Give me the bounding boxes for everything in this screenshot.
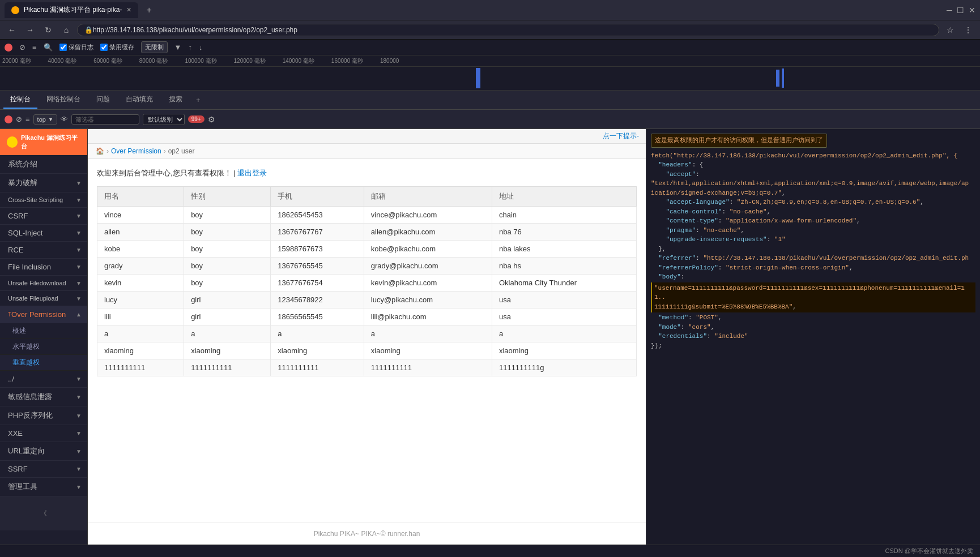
settings-icon[interactable]: ⚙	[208, 115, 215, 124]
clear-icon[interactable]: ⊘	[19, 43, 25, 52]
tab-close-button[interactable]: ✕	[126, 6, 131, 14]
tab-network[interactable]: 网络控制台	[40, 91, 87, 109]
filter-icon[interactable]: ≡	[32, 43, 37, 52]
sidebar-item-dotdot[interactable]: ../ ▼	[0, 371, 87, 388]
devtools-console-panel: 这是最高权限的用户才有的访问权限，但是普通用户访问到了 fetch("http:…	[646, 129, 980, 545]
sidebar-item-file-inclusion[interactable]: File Inclusion ▼	[0, 259, 87, 276]
preserve-log-checkbox[interactable]: 保留日志	[59, 43, 93, 52]
refresh-button[interactable]: ↻	[41, 23, 56, 37]
sidebar-item-phpdeserial[interactable]: PHP反序列化 ▼	[0, 406, 87, 425]
table-cell: xiaoming	[97, 342, 184, 359]
logout-link[interactable]: 退出登录	[237, 169, 267, 177]
throttle-down-icon[interactable]: ▼	[174, 43, 182, 52]
sidebar-subitem-horizontal[interactable]: 水平越权	[0, 339, 87, 355]
console-clear-icon[interactable]: ⊘	[16, 115, 22, 123]
active-tab[interactable]: Pikachu 漏洞练习平台 pika-pika- ✕	[5, 2, 138, 18]
table-cell: 18626545453	[271, 207, 364, 224]
top-dropdown-icon: ▼	[48, 117, 53, 122]
code-line-10: "upgrade-insecure-requests": "1"	[651, 235, 975, 245]
log-level-select[interactable]: 默认级别	[143, 114, 185, 125]
col-header-phone: 手机	[271, 187, 364, 207]
breadcrumb: 🏠 › Over Permission › op2 user	[88, 144, 646, 159]
breadcrumb-home-icon[interactable]: 🏠	[96, 147, 104, 155]
add-tab-button[interactable]: +	[191, 92, 205, 108]
sidebar-item-admin-tools[interactable]: 管理工具 ▼	[0, 478, 87, 496]
sidebar-item-urlredirect[interactable]: URL重定向 ▼	[0, 442, 87, 461]
sidebar-item-unsafe-filedownload[interactable]: Unsafe Filedownload ▼	[0, 276, 87, 291]
table-cell: nba 76	[492, 224, 636, 241]
table-cell: vince	[97, 207, 184, 224]
code-line-20: });	[651, 341, 975, 351]
code-line-13: "referrerPolicy": "strict-origin-when-cr…	[651, 263, 975, 273]
sidebar-item-ssrf[interactable]: SSRF ▼	[0, 461, 87, 478]
sidebar-subitem-vertical[interactable]: 垂直越权	[0, 355, 87, 371]
tab-console[interactable]: 控制台	[3, 91, 37, 109]
sidebar-item-brute[interactable]: 暴力破解 ▼	[0, 174, 87, 192]
upload-icon: ↑	[188, 43, 192, 52]
new-tab-button[interactable]: +	[142, 3, 156, 18]
console-filter-icon[interactable]: ≡	[25, 115, 30, 123]
tab-search[interactable]: 搜索	[162, 91, 189, 109]
address-bar[interactable]: 🔒 http://38.147.186.138/pikachu/vul/over…	[77, 24, 939, 36]
network-ruler: 20000 毫秒 40000 毫秒 60000 毫秒 80000 毫秒 1000…	[0, 55, 980, 67]
table-cell: boy	[184, 258, 271, 275]
table-cell: xiaoming	[271, 342, 364, 359]
sidebar-item-over-permission[interactable]: T Over Permission ▲	[0, 306, 87, 323]
body-highlight: "username=1111111111&password=1111111111…	[651, 282, 975, 313]
sidebar-item-rce[interactable]: RCE ▼	[0, 242, 87, 259]
settings-icon[interactable]: ⋮	[961, 23, 975, 37]
sidebar-item-intro[interactable]: 系统介绍	[0, 155, 87, 174]
search-icon[interactable]: 🔍	[44, 43, 53, 52]
sidebar-item-xxe[interactable]: XXE ▼	[0, 425, 87, 442]
code-line-15: "username=1111111111&password=1111111111…	[654, 284, 973, 302]
ruler-mark-8: 160000 毫秒	[331, 57, 363, 65]
sidebar-collapse-button[interactable]: 《	[0, 496, 87, 530]
back-button[interactable]: ←	[5, 23, 19, 37]
sidebar-item-unsafe-fileupload[interactable]: Unsafe Fileupload ▼	[0, 291, 87, 306]
address-value: http://38.147.186.138/pikachu/vul/overpe…	[93, 26, 297, 34]
pikachu-icon	[7, 136, 18, 148]
table-row: xiaomingxiaomingxiaomingxiaomingxiaoming	[97, 342, 637, 359]
network-graph	[0, 67, 980, 90]
sidebar-item-sensinfo[interactable]: 敏感信息泄露 ▼	[0, 388, 87, 406]
forward-button[interactable]: →	[23, 23, 37, 37]
chevron-down-icon: ▼	[76, 413, 82, 419]
breadcrumb-section-link[interactable]: Over Permission	[111, 147, 161, 155]
disable-cache-checkbox[interactable]: 禁用缓存	[100, 43, 134, 52]
close-button[interactable]: ✕	[969, 6, 975, 15]
console-record-button[interactable]	[5, 115, 12, 123]
maximize-button[interactable]: ☐	[957, 6, 964, 15]
hint-text[interactable]: 点一下提示-	[603, 131, 639, 141]
chevron-down-icon: ▼	[76, 466, 82, 472]
record-button[interactable]	[5, 44, 12, 52]
browser-tabs: Pikachu 漏洞练习平台 pika-pika- ✕ + ─ ☐ ✕	[0, 0, 980, 20]
ruler-mark-1: 20000 毫秒	[2, 57, 31, 65]
console-filter-input[interactable]	[71, 114, 139, 125]
throttle-select[interactable]: 无限制	[141, 41, 168, 53]
sidebar-item-xss[interactable]: Cross-Site Scripting ▼	[0, 192, 87, 208]
breadcrumb-separator-1: ›	[106, 147, 109, 155]
table-cell: 15988767673	[271, 241, 364, 258]
col-header-gender: 性别	[184, 187, 271, 207]
table-cell: 1111111111	[364, 359, 492, 376]
col-header-address: 地址	[492, 187, 636, 207]
top-context-selector[interactable]: top ▼	[33, 114, 57, 125]
minimize-button[interactable]: ─	[947, 6, 952, 15]
sidebar-item-csrf[interactable]: CSRF ▼	[0, 208, 87, 225]
network-monitor: ⊘ ≡ 🔍 保留日志 禁用缓存 无限制 ▼ ↑ ↓ 20000 毫秒 40000…	[0, 40, 980, 91]
user-data-table: 用名 性别 手机 邮箱 地址 vinceboy18626545453vince@…	[97, 186, 637, 376]
sidebar-item-sqli[interactable]: SQL-Inject ▼	[0, 225, 87, 242]
sidebar-subitem-overview[interactable]: 概述	[0, 323, 87, 339]
table-cell: usa	[492, 309, 636, 325]
table-cell: 1111111111g	[492, 359, 636, 376]
eye-icon[interactable]: 👁	[61, 115, 68, 123]
tab-autofill[interactable]: 自动填充	[119, 91, 160, 109]
home-button[interactable]: ⌂	[59, 23, 74, 37]
table-cell: usa	[492, 292, 636, 309]
table-row: lucygirl12345678922lucy@pikachu.comusa	[97, 292, 637, 309]
sidebar-header-title: Pikachu 漏洞练习平台	[21, 134, 80, 151]
table-cell: 13677676754	[271, 275, 364, 292]
tab-issues[interactable]: 问题	[90, 91, 117, 109]
bookmark-button[interactable]: ☆	[943, 23, 957, 37]
chevron-down-icon: ▼	[76, 213, 82, 219]
